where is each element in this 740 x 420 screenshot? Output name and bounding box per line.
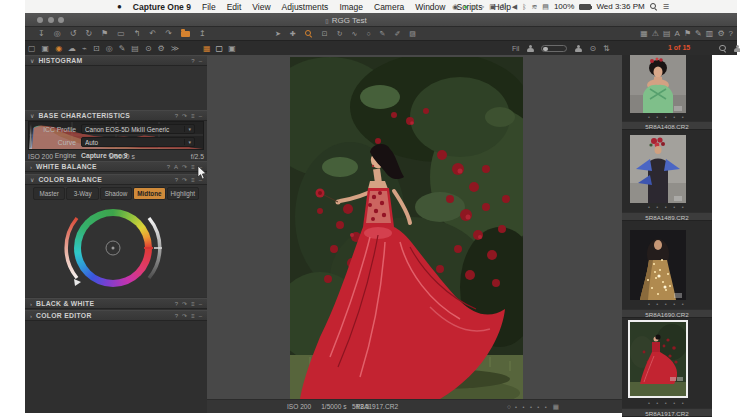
- exposure-warning-icon[interactable]: ⚠: [652, 27, 659, 40]
- bluetooth-icon[interactable]: ᛒ: [522, 3, 526, 10]
- collapse-icon[interactable]: –: [199, 301, 202, 307]
- base-characteristics-header[interactable]: ∨ BASE CHARACTERISTICS ? ↷ ≡ –: [25, 110, 207, 121]
- select-cursor-icon[interactable]: ➤: [275, 27, 281, 40]
- disclosure-icon[interactable]: ∨: [30, 57, 34, 64]
- crop-tool-icon[interactable]: ⊡: [322, 27, 328, 40]
- menu-window[interactable]: Window: [415, 2, 445, 12]
- menu-app-name[interactable]: Capture One 9: [133, 2, 191, 12]
- tab-library-icon[interactable]: ▢: [28, 42, 36, 55]
- viewer-toggle-icon[interactable]: ▦: [640, 27, 648, 40]
- tab-shadow[interactable]: Shadow: [100, 187, 132, 200]
- disclosure-icon[interactable]: ›: [30, 164, 32, 170]
- disclosure-icon[interactable]: ∨: [30, 112, 34, 119]
- thumbnail-1[interactable]: [630, 55, 686, 113]
- tab-composition-icon[interactable]: ⊡: [93, 42, 100, 55]
- menu-file[interactable]: File: [202, 2, 216, 12]
- tab-master[interactable]: Master: [33, 187, 65, 200]
- user-icon-2[interactable]: [574, 45, 582, 53]
- redo-icon[interactable]: ↷: [165, 27, 172, 40]
- black-white-header[interactable]: › BLACK & WHITE ? ↷ ≡ –: [25, 298, 207, 309]
- tab-details-icon[interactable]: ◎: [106, 42, 113, 55]
- proof-margin-icon[interactable]: ▤: [663, 27, 671, 40]
- status-green-icon[interactable]: ●: [463, 3, 467, 10]
- reset-icon[interactable]: ↷: [182, 300, 187, 307]
- sync-icon[interactable]: ↻: [501, 3, 507, 11]
- tab-adjustments-icon[interactable]: ▤: [131, 42, 139, 55]
- zoom-slider[interactable]: [541, 45, 567, 52]
- grid-toggle-icon[interactable]: ▦: [553, 403, 559, 411]
- help-icon[interactable]: ?: [167, 164, 170, 170]
- focus-mask-icon[interactable]: ⚑: [684, 27, 691, 40]
- help-icon[interactable]: ?: [175, 177, 178, 183]
- thumb-2-rating[interactable]: • • • • •: [622, 204, 712, 210]
- histogram-header[interactable]: ∨ HISTOGRAM ? –: [25, 55, 207, 66]
- menu-camera[interactable]: Camera: [374, 2, 404, 12]
- menu-image[interactable]: Image: [339, 2, 363, 12]
- loupe-tool-icon[interactable]: [305, 30, 313, 38]
- rotate-left-icon[interactable]: ↺: [70, 27, 77, 40]
- reset-icon[interactable]: ↷: [182, 163, 187, 170]
- user-icon[interactable]: [526, 45, 534, 53]
- preset-menu-icon[interactable]: ≡: [191, 313, 195, 319]
- keyboard-icon[interactable]: ▤: [542, 3, 549, 11]
- color-tag-circle-icon[interactable]: ○: [507, 403, 511, 410]
- curve-select[interactable]: Auto ▾: [81, 137, 195, 147]
- auto-adjust-icon[interactable]: A: [174, 164, 178, 170]
- collapse-icon[interactable]: –: [199, 313, 202, 319]
- import-icon[interactable]: ↧: [38, 27, 45, 40]
- tab-metadata-icon[interactable]: ⊙: [145, 42, 152, 55]
- thumb-1-rating[interactable]: • • • • •: [622, 114, 712, 120]
- rotate-tool-icon[interactable]: ↻: [337, 27, 343, 40]
- color-editor-header[interactable]: › COLOR EDITOR ? ↷ ≡ –: [25, 310, 207, 321]
- help-icon[interactable]: ?: [175, 301, 178, 307]
- disclosure-icon[interactable]: ∨: [30, 176, 34, 183]
- tab-exposure-icon[interactable]: ☁: [68, 42, 76, 55]
- preview-eye-icon[interactable]: ⊙: [589, 42, 596, 55]
- menu-adjustments[interactable]: Adjustments: [282, 2, 329, 12]
- disclosure-icon[interactable]: ›: [30, 301, 32, 307]
- tab-lens-icon[interactable]: ⌁: [82, 42, 87, 55]
- notification-center-icon[interactable]: ☰: [663, 3, 669, 11]
- thumbnail-4-selected[interactable]: [630, 322, 686, 396]
- output-folder-icon[interactable]: [181, 31, 190, 37]
- print-icon[interactable]: ▥: [706, 27, 714, 40]
- help-icon[interactable]: ?: [175, 113, 178, 119]
- thumb-3-rating[interactable]: • • • • •: [622, 301, 712, 307]
- battery-icon[interactable]: [579, 4, 591, 10]
- draw-mask-icon[interactable]: ✎: [380, 27, 386, 40]
- thumbnail-3[interactable]: [630, 230, 686, 300]
- preset-menu-icon[interactable]: ≡: [191, 164, 195, 170]
- filter-label[interactable]: Fil: [512, 45, 519, 52]
- tab-highlight[interactable]: Highlight: [167, 187, 199, 200]
- menu-view[interactable]: View: [252, 2, 270, 12]
- tab-local-adjustments-icon[interactable]: ✎: [119, 42, 126, 55]
- volume-icon[interactable]: ◀: [512, 3, 517, 11]
- tab-output-icon[interactable]: ⚙: [158, 42, 165, 55]
- reset-icon[interactable]: ↷: [182, 176, 187, 183]
- screen-record-icon[interactable]: ◉: [452, 3, 458, 11]
- settings-gear-icon[interactable]: ⚙: [717, 27, 724, 40]
- edit-icon[interactable]: ✎: [695, 27, 702, 40]
- spot-removal-icon[interactable]: ○: [366, 27, 370, 40]
- erase-mask-icon[interactable]: ✐: [394, 27, 400, 40]
- undo-icon[interactable]: ↶: [150, 27, 157, 40]
- apple-logo[interactable]: ●: [117, 2, 122, 11]
- reset-icon[interactable]: ↷: [182, 312, 187, 319]
- history-icon[interactable]: ↰: [134, 27, 141, 40]
- export-icon[interactable]: ↥: [199, 27, 206, 40]
- display-icon[interactable]: ▫: [482, 3, 484, 10]
- straighten-tool-icon[interactable]: ∿: [352, 27, 358, 40]
- search-icon[interactable]: [719, 45, 727, 53]
- tab-midtone[interactable]: Midtone: [133, 187, 165, 200]
- star-rating[interactable]: • • • • •: [515, 404, 549, 410]
- preset-menu-icon[interactable]: ≡: [191, 113, 195, 119]
- wheel-target-dot[interactable]: [112, 247, 115, 250]
- wifi-icon[interactable]: ≋: [531, 3, 537, 11]
- help-icon[interactable]: ?: [729, 27, 733, 40]
- tag-icon[interactable]: ⚑: [101, 27, 108, 40]
- preset-menu-icon[interactable]: ≡: [191, 301, 195, 307]
- collapse-icon[interactable]: –: [199, 113, 202, 119]
- help-icon[interactable]: ?: [191, 58, 194, 64]
- gradient-mask-icon[interactable]: ▨: [409, 27, 416, 40]
- saturation-arc[interactable]: [66, 218, 77, 278]
